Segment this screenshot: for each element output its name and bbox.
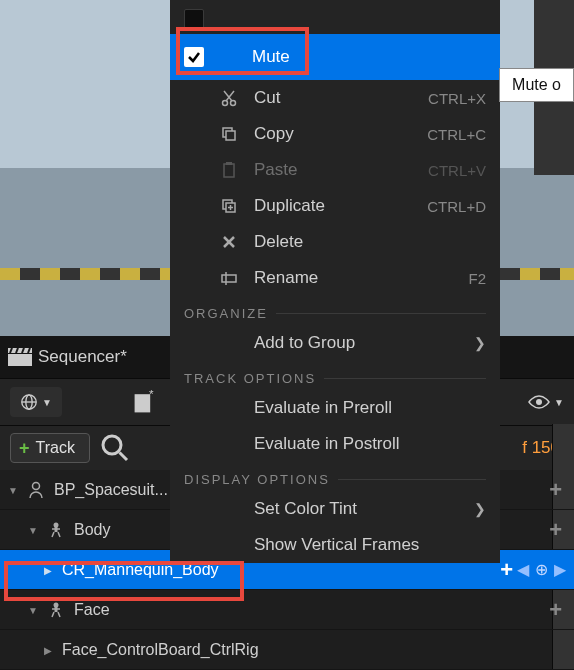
menu-item-copy[interactable]: Copy CTRL+C bbox=[170, 116, 500, 152]
copy-icon bbox=[218, 123, 240, 145]
search-icon bbox=[100, 433, 130, 463]
rename-icon bbox=[218, 267, 240, 289]
expand-arrow-icon[interactable] bbox=[28, 603, 42, 617]
menu-shortcut: CTRL+C bbox=[427, 126, 486, 143]
track-label: CR_Mannequin_Body bbox=[62, 561, 496, 579]
skeleton-icon bbox=[46, 600, 66, 620]
menu-item-delete[interactable]: Delete bbox=[170, 224, 500, 260]
track-row[interactable]: Face_ControlBoard_CtrlRig bbox=[0, 630, 574, 670]
menu-item-rename[interactable]: Rename F2 bbox=[170, 260, 500, 296]
menu-item-duplicate[interactable]: Duplicate CTRL+D bbox=[170, 188, 500, 224]
menu-item-show-vertical[interactable]: Show Vertical Frames bbox=[170, 527, 500, 563]
svg-rect-32 bbox=[226, 162, 232, 165]
svg-rect-39 bbox=[222, 275, 236, 282]
world-dropdown[interactable]: ▼ bbox=[10, 387, 62, 417]
menu-label: Duplicate bbox=[254, 196, 413, 216]
tooltip: Mute o bbox=[499, 68, 574, 102]
menu-item-cut[interactable]: Cut CTRL+X bbox=[170, 80, 500, 116]
menu-shortcut: CTRL+X bbox=[428, 90, 486, 107]
menu-item-paste: Paste CTRL+V bbox=[170, 152, 500, 188]
keyframe-icon: * bbox=[132, 389, 158, 415]
svg-line-23 bbox=[52, 612, 54, 617]
menu-item-eval-postroll[interactable]: Evaluate in Postroll bbox=[170, 426, 500, 462]
chevron-down-icon: ▼ bbox=[42, 397, 52, 408]
add-key-icon[interactable]: ⊕ bbox=[535, 560, 548, 579]
menu-item-blank[interactable] bbox=[170, 4, 500, 34]
blank-icon bbox=[218, 433, 240, 455]
eye-icon bbox=[528, 395, 550, 409]
unchecked-checkbox-icon bbox=[184, 9, 204, 29]
svg-text:*: * bbox=[149, 389, 154, 400]
next-key-icon[interactable]: ▶ bbox=[554, 560, 566, 579]
menu-section-track-options: TRACK OPTIONS bbox=[170, 361, 500, 390]
svg-rect-31 bbox=[224, 164, 234, 177]
chevron-right-icon: ❯ bbox=[474, 501, 486, 517]
paste-icon bbox=[218, 159, 240, 181]
menu-shortcut: CTRL+D bbox=[427, 198, 486, 215]
svg-line-19 bbox=[58, 532, 60, 537]
expand-arrow-icon[interactable] bbox=[44, 563, 58, 577]
keyframe-button[interactable]: * bbox=[132, 389, 158, 415]
menu-item-set-color[interactable]: Set Color Tint ❯ bbox=[170, 491, 500, 527]
add-subtrack-icon[interactable]: + bbox=[545, 477, 566, 503]
menu-label: Rename bbox=[254, 268, 454, 288]
menu-item-eval-preroll[interactable]: Evaluate in Preroll bbox=[170, 390, 500, 426]
svg-point-12 bbox=[103, 436, 121, 454]
svg-rect-30 bbox=[226, 131, 235, 140]
menu-section-display-options: DISPLAY OPTIONS bbox=[170, 462, 500, 491]
svg-rect-0 bbox=[8, 354, 32, 366]
svg-rect-9 bbox=[135, 394, 151, 412]
actor-icon bbox=[26, 480, 46, 500]
menu-shortcut: F2 bbox=[468, 270, 486, 287]
menu-label: Show Vertical Frames bbox=[254, 535, 486, 555]
blank-icon bbox=[218, 498, 240, 520]
svg-line-24 bbox=[58, 612, 60, 617]
blank-icon bbox=[218, 332, 240, 354]
menu-label: Mute bbox=[252, 47, 486, 67]
svg-line-13 bbox=[119, 453, 127, 461]
globe-icon bbox=[20, 393, 38, 411]
blank-icon bbox=[218, 534, 240, 556]
menu-item-add-to-group[interactable]: Add to Group ❯ bbox=[170, 325, 500, 361]
skeleton-icon bbox=[46, 520, 66, 540]
svg-point-15 bbox=[54, 522, 59, 527]
add-subtrack-icon[interactable]: + bbox=[545, 517, 566, 543]
plus-icon: + bbox=[19, 438, 30, 459]
expand-arrow-icon[interactable] bbox=[28, 523, 42, 537]
expand-arrow-icon[interactable] bbox=[8, 483, 22, 497]
add-track-button[interactable]: + Track bbox=[10, 433, 90, 463]
menu-section-organize: ORGANIZE bbox=[170, 296, 500, 325]
track-label: Face bbox=[74, 601, 545, 619]
delete-icon bbox=[218, 231, 240, 253]
track-row[interactable]: Face + bbox=[0, 590, 574, 630]
search-button[interactable] bbox=[100, 433, 130, 463]
clapperboard-icon bbox=[8, 348, 32, 366]
checked-checkbox-icon bbox=[184, 47, 204, 67]
menu-label: Cut bbox=[254, 88, 414, 108]
key-nav-icons[interactable]: ◀ ⊕ ▶ bbox=[517, 560, 566, 579]
visibility-dropdown[interactable]: ▼ bbox=[528, 395, 564, 409]
menu-shortcut: CTRL+V bbox=[428, 162, 486, 179]
expand-arrow-icon[interactable] bbox=[44, 643, 58, 657]
menu-label: Delete bbox=[254, 232, 486, 252]
blank-icon bbox=[218, 397, 240, 419]
svg-line-18 bbox=[52, 532, 54, 537]
svg-point-14 bbox=[33, 482, 40, 489]
menu-label: Evaluate in Preroll bbox=[254, 398, 486, 418]
svg-point-11 bbox=[536, 399, 542, 405]
prev-key-icon[interactable]: ◀ bbox=[517, 560, 529, 579]
menu-item-mute[interactable]: Mute bbox=[170, 34, 500, 80]
chevron-right-icon: ❯ bbox=[474, 335, 486, 351]
menu-label: Paste bbox=[254, 160, 414, 180]
menu-label: Copy bbox=[254, 124, 413, 144]
menu-label: Set Color Tint bbox=[254, 499, 460, 519]
track-label: Face_ControlBoard_CtrlRig bbox=[62, 641, 566, 659]
svg-point-20 bbox=[54, 602, 59, 607]
track-button-label: Track bbox=[36, 439, 75, 457]
add-subtrack-icon[interactable]: + bbox=[545, 597, 566, 623]
menu-label: Add to Group bbox=[254, 333, 460, 353]
sequencer-title: Sequencer* bbox=[38, 347, 127, 367]
cut-icon bbox=[218, 87, 240, 109]
context-menu: Mute Cut CTRL+X Copy CTRL+C Paste CTRL+V… bbox=[170, 0, 500, 563]
chevron-down-icon: ▼ bbox=[554, 397, 564, 408]
